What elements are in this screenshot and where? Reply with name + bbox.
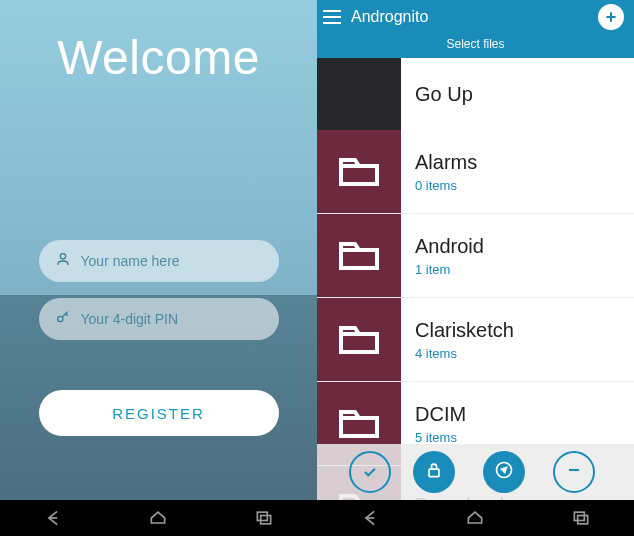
folder-count: 0 items [415,178,620,193]
add-button[interactable] [598,4,624,30]
android-navbar-left [0,500,317,536]
minus-icon [564,460,584,484]
svg-point-1 [57,316,62,321]
topbar: Andrognito Select files [317,0,634,58]
pin-field[interactable] [39,298,279,340]
svg-rect-2 [257,512,267,520]
folder-icon [335,398,383,450]
menu-icon[interactable] [323,10,341,24]
folder-row[interactable]: Alarms0 items [317,130,634,214]
svg-rect-6 [574,512,584,520]
compass-button[interactable] [483,451,525,493]
recent-icon[interactable] [568,508,594,528]
folder-name: Android [415,235,620,258]
svg-rect-7 [578,516,588,524]
recent-icon[interactable] [251,508,277,528]
user-icon [55,251,71,271]
svg-point-0 [60,254,65,259]
remove-button[interactable] [553,451,595,493]
folder-count: 5 items [415,430,620,445]
key-icon [55,309,71,329]
folder-count: 4 items [415,346,620,361]
file-list: Go Up Alarms0 items Android1 item Claris… [317,58,634,536]
folder-name: DCIM [415,403,620,426]
name-field[interactable] [39,240,279,282]
topbar-subtitle: Select files [317,34,634,58]
arrow-up-icon [335,68,383,120]
lock-icon [424,460,444,484]
svg-rect-4 [429,469,439,477]
android-navbar-right [317,500,634,536]
action-bar [317,444,634,500]
register-button[interactable]: REGISTER [39,390,279,436]
home-icon[interactable] [145,508,171,528]
folder-count: 1 item [415,262,620,277]
lock-button[interactable] [413,451,455,493]
go-up-row[interactable]: Go Up [317,58,634,130]
folder-row[interactable]: Android1 item [317,214,634,298]
folder-icon [335,314,383,366]
welcome-screen: Welcome REGISTER [0,0,317,536]
app-title: Andrognito [351,8,428,26]
back-icon[interactable] [357,508,383,528]
welcome-title: Welcome [57,30,260,85]
folder-name: Clarisketch [415,319,620,342]
folder-row[interactable]: Clarisketch4 items [317,298,634,382]
svg-rect-3 [261,516,271,524]
select-toggle-button[interactable] [349,451,391,493]
go-up-label: Go Up [415,83,620,106]
name-input[interactable] [81,253,263,269]
pin-input[interactable] [81,311,263,327]
folder-icon [335,230,383,282]
compass-icon [494,460,514,484]
back-icon[interactable] [40,508,66,528]
home-icon[interactable] [462,508,488,528]
file-browser-screen: Andrognito Select files Go Up Alarms0 it… [317,0,634,536]
folder-name: Alarms [415,151,620,174]
folder-icon [335,146,383,198]
